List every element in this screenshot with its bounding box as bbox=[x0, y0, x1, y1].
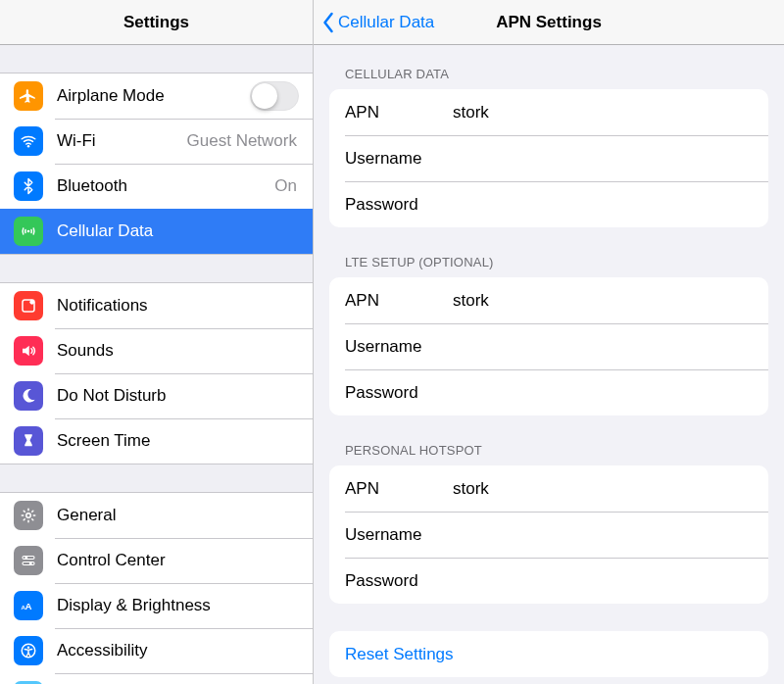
sidebar-item-general[interactable]: General bbox=[0, 493, 313, 538]
settings-group: NotificationsSoundsDo Not DisturbScreen … bbox=[0, 282, 313, 464]
sidebar-item-bluetooth[interactable]: BluetoothOn bbox=[0, 164, 313, 209]
password-label: Password bbox=[345, 383, 453, 403]
sounds-icon bbox=[14, 336, 43, 366]
password-input[interactable] bbox=[453, 571, 753, 591]
sidebar-item-label: Screen Time bbox=[57, 431, 150, 451]
sidebar-item-label: Bluetooth bbox=[57, 176, 127, 196]
svg-rect-7 bbox=[23, 562, 34, 565]
form-group: APNUsernamePassword bbox=[329, 465, 768, 604]
sidebar-item-label: Cellular Data bbox=[57, 221, 153, 241]
apn-input[interactable] bbox=[453, 291, 753, 311]
username-label: Username bbox=[345, 337, 453, 357]
form-row: Username bbox=[329, 135, 768, 181]
username-input[interactable] bbox=[453, 149, 753, 169]
form-row: Password bbox=[329, 369, 768, 415]
back-label: Cellular Data bbox=[338, 13, 434, 32]
sidebar-item-dnd[interactable]: Do Not Disturb bbox=[0, 373, 313, 418]
sidebar-item-sounds[interactable]: Sounds bbox=[0, 328, 313, 373]
settings-group: Airplane ModeWi-FiGuest NetworkBluetooth… bbox=[0, 73, 313, 255]
username-input[interactable] bbox=[453, 525, 753, 545]
sidebar-item-value: On bbox=[274, 176, 297, 196]
apn-label: APN bbox=[345, 291, 453, 311]
gear-icon bbox=[14, 501, 43, 530]
sidebar-title: Settings bbox=[0, 0, 313, 45]
apn-input[interactable] bbox=[453, 479, 753, 499]
svg-rect-5 bbox=[23, 557, 34, 560]
username-label: Username bbox=[345, 149, 453, 169]
sidebar-item-airplane[interactable]: Airplane Mode bbox=[0, 73, 313, 119]
notifications-icon bbox=[14, 291, 43, 320]
form-group: APNUsernamePassword bbox=[329, 89, 768, 227]
form-row: Password bbox=[329, 181, 768, 227]
password-input[interactable] bbox=[453, 195, 753, 215]
form-row: Username bbox=[329, 323, 768, 369]
svg-point-4 bbox=[26, 513, 31, 518]
sidebar-item-value: Guest Network bbox=[187, 131, 297, 151]
sidebar-item-notifications[interactable]: Notifications bbox=[0, 283, 313, 328]
section-header: Cellular Data bbox=[314, 45, 784, 89]
svg-point-12 bbox=[27, 646, 29, 648]
sidebar-item-controlcenter[interactable]: Control Center bbox=[0, 538, 313, 583]
sidebar-item-label: Wi-Fi bbox=[57, 131, 96, 151]
cellular-icon bbox=[14, 217, 43, 246]
bluetooth-icon bbox=[14, 171, 43, 201]
screentime-icon bbox=[14, 426, 43, 456]
sidebar-item-cellular[interactable]: Cellular Data bbox=[0, 209, 313, 254]
svg-point-6 bbox=[24, 557, 27, 560]
username-input[interactable] bbox=[453, 337, 753, 357]
form-row: APN bbox=[329, 465, 768, 512]
detail-panel: Cellular Data APN Settings Cellular Data… bbox=[314, 0, 784, 684]
sidebar-item-accessibility[interactable]: Accessibility bbox=[0, 628, 313, 673]
wifi-icon bbox=[14, 126, 43, 156]
password-label: Password bbox=[345, 571, 453, 591]
chevron-left-icon bbox=[321, 12, 334, 33]
section-header: LTE Setup (Optional) bbox=[314, 227, 784, 277]
display-icon: AA bbox=[14, 591, 43, 620]
sidebar-item-label: Notifications bbox=[57, 296, 148, 316]
svg-text:A: A bbox=[22, 605, 26, 611]
svg-text:A: A bbox=[24, 601, 31, 611]
sidebar-item-label: Airplane Mode bbox=[57, 86, 165, 106]
sidebar-item-label: Sounds bbox=[57, 341, 114, 361]
sidebar-item-screentime[interactable]: Screen Time bbox=[0, 418, 313, 464]
control-center-icon bbox=[14, 546, 43, 575]
settings-group: GeneralControl CenterAADisplay & Brightn… bbox=[0, 492, 313, 684]
sidebar-item-label: Control Center bbox=[57, 551, 166, 570]
accessibility-icon bbox=[14, 636, 43, 665]
sidebar-item-label: General bbox=[57, 506, 116, 525]
moon-icon bbox=[14, 381, 43, 411]
sidebar-item-wifi[interactable]: Wi-FiGuest Network bbox=[0, 119, 313, 164]
sidebar-item-label: Display & Brightness bbox=[57, 596, 211, 615]
password-label: Password bbox=[345, 195, 453, 215]
sidebar-item-label: Accessibility bbox=[57, 641, 148, 660]
svg-point-0 bbox=[27, 145, 29, 147]
sidebar-item-wallpaper[interactable]: Wallpaper bbox=[0, 673, 313, 684]
back-button[interactable]: Cellular Data bbox=[314, 12, 434, 33]
apn-label: APN bbox=[345, 479, 453, 499]
svg-point-3 bbox=[29, 300, 34, 305]
sidebar-item-label: Do Not Disturb bbox=[57, 386, 166, 406]
airplane-toggle[interactable] bbox=[250, 81, 299, 111]
section-header: Personal Hotspot bbox=[314, 415, 784, 465]
password-input[interactable] bbox=[453, 383, 753, 403]
form-row: Password bbox=[329, 558, 768, 604]
reset-settings-button[interactable]: Reset Settings bbox=[329, 631, 768, 677]
reset-group: Reset Settings bbox=[329, 631, 768, 677]
username-label: Username bbox=[345, 525, 453, 545]
sidebar-item-display[interactable]: AADisplay & Brightness bbox=[0, 583, 313, 628]
apn-label: APN bbox=[345, 103, 453, 122]
form-row: Username bbox=[329, 512, 768, 558]
form-group: APNUsernamePassword bbox=[329, 277, 768, 415]
svg-point-1 bbox=[27, 230, 30, 233]
svg-point-8 bbox=[29, 562, 32, 565]
airplane-icon bbox=[14, 81, 43, 111]
form-row: APN bbox=[329, 89, 768, 135]
apn-input[interactable] bbox=[453, 103, 753, 122]
form-row: APN bbox=[329, 277, 768, 323]
settings-sidebar: Settings Airplane ModeWi-FiGuest Network… bbox=[0, 0, 314, 684]
detail-header: Cellular Data APN Settings bbox=[314, 0, 784, 45]
